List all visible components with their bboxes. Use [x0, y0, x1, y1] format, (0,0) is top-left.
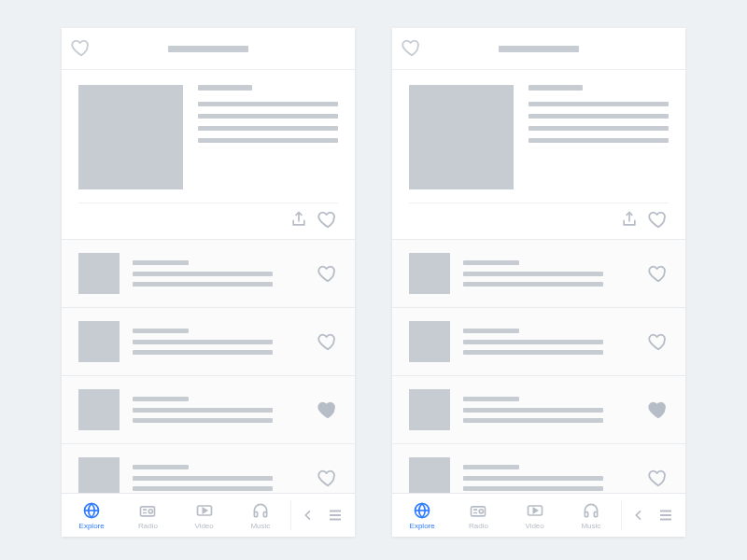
tab-label: Video: [194, 522, 213, 530]
list-item[interactable]: [62, 239, 355, 307]
svg-rect-4: [254, 511, 257, 516]
share-button[interactable]: [289, 210, 308, 229]
featured-card[interactable]: [62, 70, 355, 239]
content-scroll[interactable]: [392, 70, 685, 493]
item-thumbnail: [409, 253, 450, 294]
video-icon: [526, 501, 544, 520]
heart-icon: [317, 209, 338, 230]
item-text: [463, 465, 635, 491]
share-icon: [289, 210, 308, 229]
item-thumbnail: [78, 253, 120, 294]
tab-bar: Explore Radio Video: [392, 493, 685, 537]
featured-text: [529, 85, 669, 189]
tab-music[interactable]: Music: [234, 501, 287, 530]
tab-radio[interactable]: Radio: [452, 501, 504, 530]
list-item[interactable]: [392, 239, 685, 307]
chevron-left-icon: [631, 508, 646, 523]
tab-label: Radio: [138, 522, 158, 530]
menu-icon: [327, 507, 344, 524]
favorite-button[interactable]: [317, 263, 338, 284]
back-button[interactable]: [631, 508, 646, 523]
list-item[interactable]: [392, 307, 685, 375]
globe-icon: [82, 501, 101, 520]
favorite-button[interactable]: [317, 399, 338, 420]
tab-music[interactable]: Music: [565, 501, 617, 530]
radio-icon: [469, 501, 487, 520]
item-thumbnail: [78, 321, 120, 362]
item-text: [463, 260, 635, 287]
favorite-button[interactable]: [317, 468, 338, 488]
back-button[interactable]: [301, 508, 316, 523]
tab-label: Music: [581, 522, 600, 530]
item-text: [463, 397, 635, 423]
svg-rect-11: [594, 511, 597, 516]
tab-bar: Explore Radio Video: [62, 493, 355, 537]
heart-icon: [648, 263, 669, 284]
favorite-page-button[interactable]: [402, 37, 422, 58]
page-title: [168, 46, 248, 52]
menu-icon: [657, 507, 674, 524]
item-list: [392, 239, 685, 493]
featured-card[interactable]: [392, 70, 685, 239]
svg-rect-5: [263, 511, 266, 516]
globe-icon: [413, 501, 431, 520]
mobile-wireframe: Explore Radio Video: [392, 28, 685, 537]
headphones-icon: [582, 501, 600, 520]
heart-icon: [648, 331, 669, 352]
item-text: [463, 329, 635, 355]
heart-icon: [317, 468, 338, 488]
favorite-button[interactable]: [648, 263, 669, 284]
list-item[interactable]: [392, 375, 685, 443]
heart-icon: [648, 209, 669, 230]
item-text: [133, 329, 304, 355]
tab-radio[interactable]: Radio: [121, 501, 174, 530]
featured-text: [198, 85, 338, 189]
favorite-button[interactable]: [317, 331, 338, 352]
item-thumbnail: [409, 389, 450, 430]
chevron-left-icon: [301, 508, 316, 523]
headphones-icon: [251, 501, 270, 520]
tab-explore[interactable]: Explore: [396, 501, 448, 530]
heart-filled-icon: [648, 399, 669, 420]
video-icon: [195, 501, 214, 520]
list-item[interactable]: [62, 307, 355, 375]
item-text: [133, 397, 304, 423]
menu-button[interactable]: [657, 507, 674, 524]
favorite-button[interactable]: [648, 331, 669, 352]
item-thumbnail: [409, 457, 450, 493]
featured-thumbnail: [409, 85, 514, 189]
favorite-page-button[interactable]: [71, 37, 92, 58]
favorite-button[interactable]: [317, 209, 338, 230]
tab-label: Explore: [79, 522, 105, 530]
heart-icon: [402, 37, 422, 58]
item-text: [133, 465, 304, 491]
item-list: [62, 239, 355, 493]
list-item[interactable]: [62, 443, 355, 493]
svg-point-8: [480, 509, 484, 512]
svg-rect-10: [585, 511, 587, 516]
tab-video[interactable]: Video: [509, 501, 561, 530]
tab-explore[interactable]: Explore: [65, 501, 118, 530]
share-button[interactable]: [620, 210, 639, 229]
heart-filled-icon: [317, 399, 338, 420]
tab-label: Explore: [410, 522, 435, 530]
heart-icon: [71, 37, 92, 58]
heart-icon: [317, 263, 338, 284]
svg-point-2: [149, 509, 153, 512]
tab-label: Music: [250, 522, 270, 530]
favorite-button[interactable]: [648, 399, 669, 420]
tab-video[interactable]: Video: [178, 501, 231, 530]
menu-button[interactable]: [327, 507, 344, 524]
heart-icon: [648, 468, 669, 488]
list-item[interactable]: [62, 375, 355, 443]
mobile-wireframe: Explore Radio Video: [62, 28, 355, 537]
nav-bar: [392, 28, 685, 70]
content-scroll[interactable]: [62, 70, 355, 493]
favorite-button[interactable]: [648, 209, 669, 230]
page-title: [499, 46, 579, 52]
favorite-button[interactable]: [648, 468, 669, 488]
featured-thumbnail: [78, 85, 183, 189]
tab-label: Radio: [469, 522, 488, 530]
nav-bar: [62, 28, 355, 70]
list-item[interactable]: [392, 443, 685, 493]
